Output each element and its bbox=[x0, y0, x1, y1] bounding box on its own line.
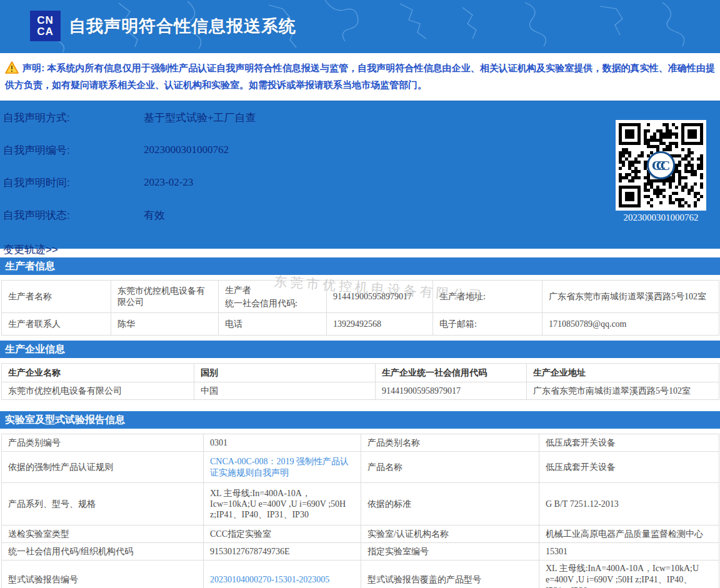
table-row: 统一社会信用代码/组织机构代码 91530127678749736E 指定实验室… bbox=[2, 543, 719, 561]
page-title: 自我声明符合性信息报送系统 bbox=[69, 15, 296, 37]
qr-area: CCC 2023000301000762 bbox=[616, 120, 706, 223]
enterprise-credit-code-header: 生产企业统一社会信用代码 bbox=[376, 364, 527, 382]
declaration-panel: 自我声明方式: 基于型式试验+工厂自查 自我声明编号: 202300030100… bbox=[0, 101, 720, 249]
decl-method-value: 基于型式试验+工厂自查 bbox=[144, 111, 256, 125]
table-row: 产品系列、型号、规格 XL 主母线:In=400A-10A，Icw=10kA;U… bbox=[2, 483, 719, 526]
enterprise-table: 生产企业名称 国别 生产企业统一社会信用代码 生产企业地址 东莞市优控机电设备有… bbox=[1, 363, 719, 400]
product-category-name-label: 产品类别名称 bbox=[361, 434, 539, 452]
decl-number-label: 自我声明编号: bbox=[3, 143, 144, 157]
table-row: 依据的强制性产品认证规则 CNCA-00C-008：2019 强制性产品认证实施… bbox=[2, 452, 719, 483]
notice-text-wrap: 声明: 本系统内所有信息仅用于强制性产品认证自我声明符合性信息报送与监管，自我声… bbox=[5, 59, 715, 93]
producer-credit-code-label-line2: 统一社会信用代码: bbox=[225, 297, 320, 310]
app-header: CN CA 自我声明符合性信息报送系统 bbox=[0, 0, 720, 53]
decl-status-label: 自我声明状态: bbox=[3, 208, 144, 222]
test-report-number-label: 型式试验报告编号 bbox=[2, 561, 204, 588]
notice-strip: 声明: 本系统内所有信息仅用于强制性产品认证自我声明符合性信息报送与监管，自我声… bbox=[0, 53, 720, 101]
product-category-code-label: 产品类别编号 bbox=[2, 434, 204, 452]
notice-text: 声明: 本系统内所有信息仅用于强制性产品认证自我声明符合性信息报送与监管，自我声… bbox=[5, 62, 715, 90]
decl-row-number: 自我声明编号: 2023000301000762 bbox=[3, 141, 720, 159]
producer-address-value: 广东省东莞市南城街道翠溪西路5号102室 bbox=[542, 281, 719, 313]
producer-credit-code-value: 914419005958979017 bbox=[327, 281, 433, 313]
table-row: 产品类别编号 0301 产品类别名称 低压成套开关设备 bbox=[2, 434, 719, 452]
product-category-name-value: 低压成套开关设备 bbox=[539, 434, 719, 452]
standard-value: G B/T 7251.12-2013 bbox=[539, 483, 719, 526]
decl-row-status: 自我声明状态: 有效 bbox=[3, 206, 720, 224]
producer-credit-code-label-line1: 生产者 bbox=[225, 284, 320, 297]
lab-number-value: 15301 bbox=[539, 543, 719, 561]
section-title-enterprise: 生产企业信息 bbox=[0, 341, 720, 358]
table-row: 东莞市优控机电设备有限公司 中国 914419005958979017 广东省东… bbox=[2, 382, 719, 400]
product-series-label: 产品系列、型号、规格 bbox=[2, 483, 204, 526]
qr-caption: 2023000301000762 bbox=[616, 212, 706, 223]
producer-table: 生产者名称 东莞市优控机电设备有限公司 生产者 统一社会信用代码: 914419… bbox=[1, 280, 719, 336]
producer-phone-label: 电话 bbox=[219, 313, 327, 336]
certification-rule-cell: CNCA-00C-008：2019 强制性产品认证实施规则自我声明 bbox=[204, 452, 361, 483]
decl-method-label: 自我声明方式: bbox=[3, 111, 144, 125]
producer-email-value: 1710850789@qq.com bbox=[542, 313, 719, 336]
covered-models-value: XL 主母线:InA=400A-10A，Icw=10kA;U e=400V ,U… bbox=[539, 561, 719, 588]
producer-name-value: 东莞市优控机电设备有限公司 bbox=[111, 281, 219, 313]
decl-row-method: 自我声明方式: 基于型式试验+工厂自查 bbox=[3, 101, 720, 126]
lab-type-label: 送检实验室类型 bbox=[2, 526, 204, 543]
producer-contact-label: 生产者联系人 bbox=[2, 313, 111, 336]
decl-number-value: 2023000301000762 bbox=[144, 144, 229, 156]
warning-icon bbox=[5, 61, 19, 74]
producer-address-label: 生产者地址: bbox=[433, 281, 542, 313]
change-track-link[interactable]: 变更轨迹>> bbox=[3, 242, 58, 257]
enterprise-credit-code-value: 914419005958979017 bbox=[376, 382, 527, 400]
lab-credit-code-label: 统一社会信用代码/组织机构代码 bbox=[2, 543, 204, 561]
producer-phone-value: 13929492568 bbox=[327, 313, 433, 336]
cnca-logo-icon: CN CA bbox=[30, 11, 61, 41]
lab-name-label: 实验室/认证机构名称 bbox=[361, 526, 539, 543]
product-category-code-value: 0301 bbox=[204, 434, 361, 452]
decl-row-date: 自我声明时间: 2023-02-23 bbox=[3, 174, 720, 191]
decl-date-value: 2023-02-23 bbox=[144, 176, 193, 189]
enterprise-country-header: 国别 bbox=[194, 364, 376, 382]
test-report-number-link[interactable]: 20230104000270-15301-2023005 bbox=[210, 575, 329, 584]
section-title-producer: 生产者信息 bbox=[0, 257, 720, 275]
standard-label: 依据的标准 bbox=[361, 483, 539, 526]
ccc-mark-icon: CCC bbox=[647, 151, 675, 179]
certification-rule-label: 依据的强制性产品认证规则 bbox=[2, 452, 204, 483]
table-header-row: 生产企业名称 国别 生产企业统一社会信用代码 生产企业地址 bbox=[2, 364, 719, 382]
test-report-number-cell: 20230104000270-15301-2023005 bbox=[204, 561, 361, 588]
lab-type-value: CCC指定实验室 bbox=[204, 526, 361, 543]
product-name-label: 产品名称 bbox=[361, 452, 539, 483]
table-row: 送检实验室类型 CCC指定实验室 实验室/认证机构名称 机械工业高原电器产品质量… bbox=[2, 526, 719, 543]
decl-status-value: 有效 bbox=[144, 208, 165, 222]
lab-table: 产品类别编号 0301 产品类别名称 低压成套开关设备 依据的强制性产品认证规则… bbox=[1, 434, 719, 588]
covered-models-label: 型式试验报告覆盖的产品型号 bbox=[361, 561, 539, 588]
producer-name-label: 生产者名称 bbox=[2, 281, 111, 313]
table-row: 型式试验报告编号 20230104000270-15301-2023005 型式… bbox=[2, 561, 719, 588]
enterprise-address-header: 生产企业地址 bbox=[527, 364, 719, 382]
lab-credit-code-value: 91530127678749736E bbox=[204, 543, 361, 561]
producer-credit-code-label: 生产者 统一社会信用代码: bbox=[219, 281, 327, 313]
brand: CN CA 自我声明符合性信息报送系统 bbox=[30, 11, 296, 41]
section-title-lab: 实验室及型式试验报告信息 bbox=[0, 411, 720, 429]
product-name-value: 低压成套开关设备 bbox=[539, 452, 719, 483]
table-row: 生产者名称 东莞市优控机电设备有限公司 生产者 统一社会信用代码: 914419… bbox=[2, 281, 719, 313]
enterprise-name-header: 生产企业名称 bbox=[2, 364, 194, 382]
producer-contact-value: 陈华 bbox=[111, 313, 219, 336]
decl-date-label: 自我声明时间: bbox=[3, 176, 144, 190]
producer-email-label: 电子邮箱: bbox=[433, 313, 542, 336]
certification-rule-link[interactable]: CNCA-00C-008：2019 强制性产品认证实施规则自我声明 bbox=[210, 457, 349, 477]
enterprise-address-value: 广东省东莞市南城街道翠溪西路5号102室 bbox=[527, 382, 719, 400]
product-series-value: XL 主母线:In=400A-10A，Icw=10kA;U e=400V ,U … bbox=[204, 483, 361, 526]
enterprise-country-value: 中国 bbox=[194, 382, 376, 400]
enterprise-name-value: 东莞市优控机电设备有限公司 bbox=[2, 382, 194, 400]
ccc-mark-text: CCC bbox=[652, 157, 665, 174]
logo-line1: CN bbox=[37, 15, 54, 26]
table-row: 生产者联系人 陈华 电话 13929492568 电子邮箱: 171085078… bbox=[2, 313, 719, 336]
logo-line2: CA bbox=[37, 26, 54, 37]
lab-number-label: 指定实验室编号 bbox=[361, 543, 539, 561]
lab-name-value: 机械工业高原电器产品质量监督检测中心 bbox=[539, 526, 719, 543]
qr-code: CCC bbox=[616, 120, 706, 211]
